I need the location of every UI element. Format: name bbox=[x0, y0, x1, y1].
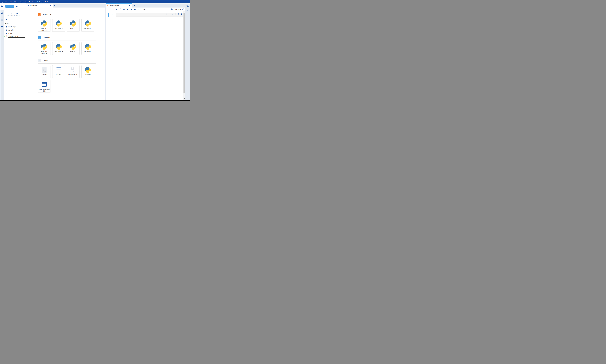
file-row-untitled-notebook[interactable] bbox=[4, 35, 26, 38]
file-rename-input[interactable] bbox=[8, 35, 25, 38]
menu-file[interactable]: File bbox=[4, 0, 9, 3]
chevron-down-icon[interactable] bbox=[150, 9, 152, 10]
section-title: Console bbox=[43, 37, 50, 39]
app-logo-icon bbox=[1, 1, 3, 3]
insert-cell-button[interactable] bbox=[111, 8, 115, 10]
interrupt-kernel-button[interactable] bbox=[130, 8, 133, 10]
filter-files-input[interactable] bbox=[4, 13, 26, 17]
table-of-contents-icon[interactable] bbox=[1, 19, 3, 21]
vertical-scrollbar[interactable] bbox=[183, 11, 185, 100]
duplicate-cell-icon[interactable] bbox=[165, 13, 167, 15]
menu-help[interactable]: Help bbox=[44, 0, 50, 3]
launcher-card-textfile[interactable]: Text File bbox=[52, 65, 65, 78]
cell-toolbar bbox=[165, 13, 182, 15]
section-divider bbox=[38, 17, 96, 17]
debugger-toggle-icon[interactable] bbox=[171, 8, 173, 10]
scroll-up-arrow-icon[interactable] bbox=[184, 12, 185, 12]
launcher-icon bbox=[27, 5, 29, 7]
menu-view[interactable]: View bbox=[13, 0, 19, 3]
new-tab-button[interactable]: + bbox=[132, 4, 136, 8]
new-tab-button[interactable]: + bbox=[53, 4, 57, 8]
breadcrumb-root[interactable]: / bbox=[9, 19, 9, 20]
card-label: Terminal bbox=[41, 74, 47, 76]
kernel-status-icon[interactable] bbox=[182, 9, 184, 10]
menu-settings[interactable]: Settings bbox=[36, 0, 44, 3]
breadcrumb[interactable]: / bbox=[6, 18, 9, 21]
save-button[interactable] bbox=[108, 8, 111, 10]
menu-kernel[interactable]: Kernel bbox=[24, 0, 31, 3]
new-folder-icon[interactable] bbox=[16, 5, 18, 7]
menu-tabs[interactable]: Tabs bbox=[31, 0, 36, 3]
file-row-mystorage[interactable]: mystorage bbox=[4, 25, 26, 28]
tab-launcher[interactable]: Launcher ✕ bbox=[26, 4, 53, 8]
launcher-card-console-geoscience[interactable]: Geo science bbox=[52, 42, 65, 55]
insert-cell-below-icon[interactable] bbox=[178, 13, 179, 15]
file-browser-icon[interactable] bbox=[1, 5, 3, 7]
delete-cell-icon[interactable] bbox=[181, 13, 182, 15]
python-logo-icon bbox=[85, 67, 91, 73]
launcher-card-pythonfile[interactable]: Python File bbox=[81, 65, 94, 78]
restart-kernel-button[interactable] bbox=[133, 8, 137, 10]
cell-type-dropdown[interactable]: Code bbox=[142, 8, 145, 10]
launcher-card-notebook-openeo[interactable]: OpenEO bbox=[67, 19, 79, 32]
cut-cell-button[interactable] bbox=[115, 8, 119, 10]
menu-run[interactable]: Run bbox=[19, 0, 24, 3]
launcher-card-contextual-help[interactable]: Show Contextual Help bbox=[38, 80, 51, 92]
notebook-content: [ ]: bbox=[106, 11, 185, 100]
launcher-card-notebook-python3[interactable]: Python 3 (ipykernel) bbox=[38, 19, 51, 32]
notebook-toolbar: Code OpenEO bbox=[106, 8, 185, 11]
cell-input-editor[interactable] bbox=[116, 13, 183, 17]
section-title: Other bbox=[43, 60, 48, 62]
run-cell-button[interactable] bbox=[126, 8, 130, 10]
launcher-card-terminal[interactable]: Terminal bbox=[38, 65, 51, 78]
section-title: Notebook bbox=[43, 13, 51, 16]
scroll-down-arrow-icon[interactable] bbox=[184, 98, 185, 99]
name-column-header[interactable]: Name ▲ ··· bbox=[4, 23, 26, 25]
python-logo-icon bbox=[85, 44, 91, 50]
insert-cell-above-icon[interactable] bbox=[174, 13, 176, 15]
python-logo-icon bbox=[70, 20, 76, 26]
contextual-help-icon bbox=[41, 81, 47, 87]
unsaved-changes-dot bbox=[129, 5, 131, 6]
launcher-card-notebook-sentinelhub[interactable]: Sentinel Hub bbox=[81, 19, 94, 32]
cell-prompt: [ ]: bbox=[109, 13, 116, 17]
move-cell-down-icon[interactable] bbox=[171, 13, 173, 15]
close-tab-icon[interactable]: ✕ bbox=[50, 5, 52, 7]
notebook-file-icon bbox=[6, 35, 7, 37]
tab-untitled-notebook[interactable]: Untitled.ipynb bbox=[106, 3, 132, 8]
card-label: Python 3 (ipykernel) bbox=[38, 51, 50, 54]
copy-cell-button[interactable] bbox=[119, 8, 122, 10]
file-row-work[interactable]: work bbox=[4, 31, 26, 35]
launcher-section-notebook: Notebook Python 3 (ipykernel) Geo scienc… bbox=[38, 13, 94, 32]
launcher-card-markdownfile[interactable]: Markdown File bbox=[67, 65, 79, 78]
right-activity-bar bbox=[185, 3, 190, 100]
terminal-section-icon bbox=[38, 59, 41, 62]
root-folder-icon bbox=[6, 19, 7, 20]
python-logo-icon bbox=[85, 20, 91, 26]
kernel-running-dot bbox=[4, 36, 5, 37]
launcher-content: Notebook Python 3 (ipykernel) Geo scienc… bbox=[26, 8, 105, 100]
card-label: Markdown File bbox=[68, 74, 78, 76]
launcher-card-console-sentinelhub[interactable]: Sentinel Hub bbox=[81, 42, 94, 55]
launcher-card-notebook-geoscience[interactable]: Geo science bbox=[52, 19, 65, 32]
debugger-sidebar-icon[interactable] bbox=[186, 10, 189, 12]
scrollbar-thumb[interactable] bbox=[184, 13, 185, 93]
extension-manager-icon[interactable] bbox=[1, 25, 3, 27]
launcher-tab-bar: Launcher ✕ + bbox=[26, 3, 105, 8]
launcher-card-console-python3[interactable]: Python 3 (ipykernel) bbox=[38, 42, 51, 55]
card-label: Python 3 (ipykernel) bbox=[38, 27, 50, 31]
paste-cell-button[interactable] bbox=[122, 8, 126, 10]
kernel-name[interactable]: OpenEO bbox=[174, 8, 181, 10]
column-more-icon[interactable]: ··· bbox=[24, 23, 25, 25]
property-inspector-gears-icon[interactable] bbox=[186, 5, 189, 8]
card-label: Geo science bbox=[54, 51, 63, 52]
launcher-card-console-openeo[interactable]: OpenEO bbox=[67, 42, 79, 55]
file-row-samples[interactable]: samples bbox=[4, 28, 26, 31]
menu-edit[interactable]: Edit bbox=[9, 0, 13, 3]
name-column-label: Name bbox=[5, 23, 10, 25]
restart-run-all-button[interactable] bbox=[137, 8, 140, 10]
move-cell-up-icon[interactable] bbox=[169, 13, 170, 15]
python-logo-icon bbox=[70, 44, 76, 50]
running-sessions-icon[interactable] bbox=[1, 12, 3, 14]
new-launcher-button[interactable]: + bbox=[5, 5, 14, 8]
